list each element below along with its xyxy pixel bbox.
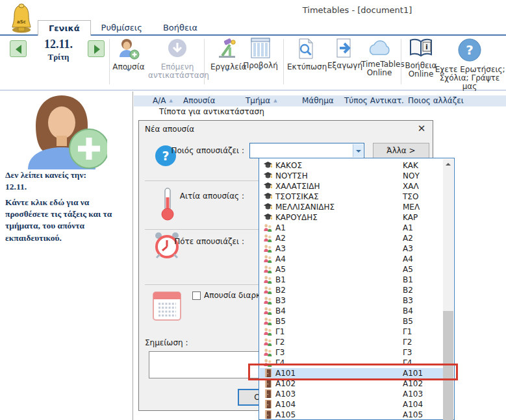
dropdown-item-Γ2[interactable]: Γ2Γ2 bbox=[260, 337, 444, 347]
sort-asc-icon: ▲ bbox=[273, 98, 277, 103]
dropdown-item-Α4[interactable]: Α4Α4 bbox=[260, 254, 444, 264]
item-code: Α103 bbox=[403, 389, 423, 399]
view-button[interactable]: Προβολή bbox=[243, 38, 278, 79]
dropdown-item-Α1[interactable]: Α1Α1 bbox=[260, 223, 444, 233]
close-icon[interactable]: ✕ bbox=[416, 123, 427, 134]
item-code: Γ2 bbox=[403, 337, 412, 347]
dropdown-item-Α103[interactable]: Α103Α103 bbox=[260, 389, 444, 399]
feedback-button[interactable]: ? Έχετε Ερωτήσεις; Σχόλια; Γράψτε μας bbox=[434, 38, 505, 91]
item-name: Β2 bbox=[275, 285, 286, 295]
print-button[interactable]: Εκτύπωση bbox=[287, 38, 325, 71]
column-header[interactable]: Ποιος αλλάζει bbox=[408, 96, 464, 106]
help-online-button[interactable]: i Βοήθεια Online bbox=[404, 38, 438, 79]
item-name: Α5 bbox=[275, 264, 286, 275]
students-icon bbox=[263, 348, 273, 356]
export-button[interactable]: Εξαγωγή bbox=[327, 38, 362, 70]
item-name: Γ2 bbox=[275, 337, 285, 347]
item-name: Γ4 bbox=[275, 358, 285, 368]
next-day-button[interactable] bbox=[88, 40, 105, 57]
scrollbar-thumb[interactable] bbox=[443, 311, 453, 420]
graduation-cap-icon bbox=[263, 171, 273, 180]
dropdown-item-Β2[interactable]: Β2Β2 bbox=[260, 285, 444, 295]
prev-day-button[interactable] bbox=[10, 40, 27, 57]
dropdown-item-ΚΑΚΟΣ[interactable]: ΚΑΚΟΣΚΑΚ bbox=[260, 160, 444, 171]
next-substitution-button: Επόμενη αντικατάσταση bbox=[148, 38, 207, 80]
item-code: Α5 bbox=[403, 264, 413, 275]
add-absent-teacher-icon[interactable] bbox=[16, 93, 107, 171]
more-options-button[interactable]: Άλλα > bbox=[373, 143, 429, 158]
tab-help[interactable]: Βοήθεια bbox=[153, 20, 208, 36]
column-header[interactable]: Απουσία bbox=[183, 96, 215, 106]
dropdown-item-Α5[interactable]: Α5Α5 bbox=[260, 264, 444, 275]
column-header[interactable]: Τύπος Αντικατ. bbox=[344, 96, 404, 106]
dropdown-item-Β4[interactable]: Β4Β4 bbox=[260, 306, 444, 316]
ribbon-separator bbox=[204, 39, 205, 84]
dropdown-item-Β3[interactable]: Β3Β3 bbox=[260, 295, 444, 306]
dropdown-item-Α105[interactable]: Α105Α105 bbox=[260, 410, 444, 420]
absence-duration-checkbox[interactable] bbox=[192, 291, 201, 300]
dropdown-item-ΤΣΟΤΣΙΚΑΣ[interactable]: ΤΣΟΤΣΙΚΑΣΤΣΟ bbox=[260, 191, 444, 202]
item-name: Α105 bbox=[275, 410, 296, 420]
tools-button[interactable]: Εργαλεία bbox=[210, 38, 244, 80]
item-name: Α104 bbox=[275, 399, 296, 410]
dropdown-item-ΝΟΥΤΣΗ[interactable]: ΝΟΥΤΣΗΝΟΥ bbox=[260, 171, 444, 181]
help-online-label: Βοήθεια Online bbox=[404, 62, 438, 79]
graduation-cap-icon bbox=[263, 203, 273, 211]
item-code: Α101 bbox=[403, 368, 423, 378]
door-icon bbox=[263, 400, 273, 408]
absence-button[interactable]: Απουσία bbox=[110, 38, 147, 80]
scrollbar[interactable] bbox=[443, 159, 453, 420]
combobox-dropdown-button[interactable] bbox=[353, 144, 363, 157]
item-name: Α1 bbox=[275, 223, 286, 233]
students-icon bbox=[263, 327, 273, 336]
item-name: Β4 bbox=[275, 306, 286, 316]
column-header[interactable]: Α/Α▲ bbox=[153, 96, 173, 106]
dropdown-item-Α2[interactable]: Α2Α2 bbox=[260, 233, 444, 243]
scrollbar-up-button[interactable] bbox=[443, 159, 453, 170]
timetables-online-button[interactable]: TimeTables Online bbox=[361, 38, 398, 77]
column-header[interactable]: Μάθημα bbox=[302, 96, 334, 106]
item-code: Α102 bbox=[403, 378, 423, 389]
graduation-cap-icon bbox=[263, 192, 273, 201]
students-icon bbox=[263, 275, 273, 284]
students-icon bbox=[263, 265, 273, 273]
students-icon bbox=[263, 306, 273, 315]
dropdown-list: ΚΑΚΟΣΚΑΚΝΟΥΤΣΗΝΟΥΧΑΛΑΤΣΙΔΗΧΑΛΤΣΟΤΣΙΚΑΣΤΣ… bbox=[260, 160, 444, 420]
tab-settings[interactable]: Ρυθμίσεις bbox=[91, 20, 153, 36]
down-circle-icon bbox=[148, 38, 207, 62]
item-code: ΧΑΛ bbox=[403, 181, 419, 191]
item-code: Β4 bbox=[403, 306, 413, 316]
print-preview-icon bbox=[287, 38, 325, 62]
title-bar: Timetables - [document1] bbox=[0, 0, 506, 19]
item-name: ΝΟΥΤΣΗ bbox=[275, 171, 308, 181]
dropdown-item-ΜΕΛΛΙΣΑΝΙΔΗΣ[interactable]: ΜΕΛΛΙΣΑΝΙΔΗΣΜΕΛ bbox=[260, 202, 444, 212]
item-code: Γ3 bbox=[403, 347, 412, 358]
dropdown-item-Α101[interactable]: Α101Α101 bbox=[260, 368, 444, 378]
who-absent-combobox[interactable] bbox=[249, 143, 364, 158]
tab-general[interactable]: Γενικά bbox=[38, 20, 91, 36]
chevron-down-icon bbox=[356, 150, 361, 153]
svg-text:?: ? bbox=[466, 42, 474, 58]
cloud-icon bbox=[361, 38, 398, 59]
dropdown-item-Β5[interactable]: Β5Β5 bbox=[260, 316, 444, 327]
dropdown-item-ΚΑΡΟΥΔΗΣ[interactable]: ΚΑΡΟΥΔΗΣΚΑΡ bbox=[260, 212, 444, 223]
calendar-icon bbox=[152, 290, 182, 324]
item-name: ΚΑΡΟΥΔΗΣ bbox=[275, 212, 318, 223]
dropdown-item-Γ1[interactable]: Γ1Γ1 bbox=[260, 327, 444, 337]
dropdown-item-Β1[interactable]: Β1Β1 bbox=[260, 275, 444, 285]
item-name: Β5 bbox=[275, 316, 286, 327]
dropdown-item-ΧΑΛΑΤΣΙΔΗ[interactable]: ΧΑΛΑΤΣΙΔΗΧΑΛ bbox=[260, 181, 444, 191]
item-code: Α1 bbox=[403, 223, 413, 233]
students-icon bbox=[263, 223, 273, 232]
dropdown-item-Γ4[interactable]: Γ4Γ4 bbox=[260, 358, 444, 368]
dropdown-item-Α3[interactable]: Α3Α3 bbox=[260, 243, 444, 254]
dropdown-item-Γ3[interactable]: Γ3Γ3 bbox=[260, 347, 444, 358]
column-header[interactable]: Τμήμα▲ bbox=[246, 96, 277, 106]
alarm-clock-icon bbox=[152, 230, 182, 262]
chevron-left-icon bbox=[16, 45, 21, 54]
sidebar-no-absence-panel[interactable]: Δεν λείπει κανείς την: 12.11. Κάντε κλικ… bbox=[0, 92, 133, 420]
dropdown-item-Α104[interactable]: Α104Α104 bbox=[260, 399, 444, 410]
item-code: ΚΑΡ bbox=[403, 212, 418, 223]
students-icon bbox=[263, 296, 273, 304]
dropdown-item-Α102[interactable]: Α102Α102 bbox=[260, 378, 444, 389]
